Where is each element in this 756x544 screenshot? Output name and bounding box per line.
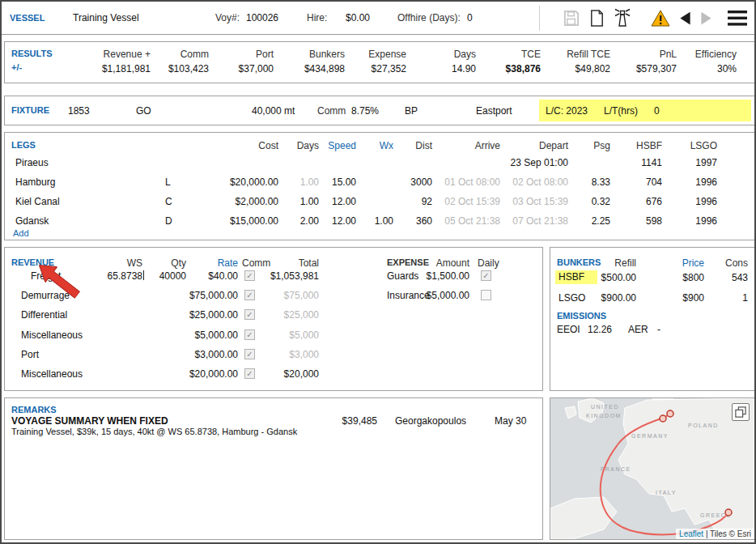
comm-checkbox[interactable]: ✓ xyxy=(244,368,255,379)
port-marker[interactable] xyxy=(725,509,732,516)
port-marker[interactable] xyxy=(660,415,666,422)
result-header: Revenue + xyxy=(53,49,151,60)
leg-port[interactable]: Gdansk xyxy=(15,215,49,227)
results-plusminus[interactable]: +/- xyxy=(11,62,22,72)
rate-input[interactable]: $25,000.00 xyxy=(176,309,238,321)
rate-input[interactable]: $5,000.00 xyxy=(176,329,238,341)
offhire-value[interactable]: 0 xyxy=(467,12,473,23)
refill-input[interactable]: $500.00 xyxy=(583,272,636,283)
top-bar: VESSEL Training Vessel Voy#: 100026 Hire… xyxy=(2,2,754,35)
leaflet-link[interactable]: Leaflet xyxy=(679,529,703,538)
legs-label: LEGS xyxy=(11,140,36,150)
map-expand-button[interactable] xyxy=(732,403,750,421)
tiles-credit: | Tiles © Esri xyxy=(703,529,751,538)
price-input[interactable]: $800 xyxy=(656,272,704,283)
bunkers-header-price[interactable]: Price xyxy=(656,257,704,269)
leg-cost-input[interactable]: $20,000.00 xyxy=(207,176,278,188)
legs-header-arrive: Arrive xyxy=(437,140,500,151)
save-icon[interactable] xyxy=(562,9,580,30)
back-icon[interactable] xyxy=(677,10,694,29)
leg-speed-input[interactable]: 12.00 xyxy=(324,196,356,207)
leg-dist[interactable]: 3000 xyxy=(398,176,432,188)
leg-dist[interactable]: 360 xyxy=(398,215,432,227)
rate-input[interactable]: $3,000.00 xyxy=(176,349,238,360)
revenue-total: $20,000 xyxy=(259,368,319,380)
map-canvas[interactable]: UNITED KINGDOM POLAND GERMANY FRANCE ITA… xyxy=(550,398,754,539)
fixture-comm-label: Comm xyxy=(317,105,346,117)
forward-icon[interactable] xyxy=(698,10,715,29)
refill-input[interactable]: $900.00 xyxy=(583,292,636,304)
leg-port[interactable]: Kiel Canal xyxy=(15,196,60,207)
leg-days-input[interactable]: 1.00 xyxy=(285,176,319,188)
comm-checkbox[interactable]: ✓ xyxy=(244,270,255,281)
leg-cost-input[interactable]: $15,000.00 xyxy=(207,215,278,227)
menu-icon[interactable] xyxy=(727,10,748,29)
revenue-header-rate[interactable]: Rate xyxy=(176,257,238,269)
warning-icon[interactable] xyxy=(651,9,670,31)
lighthouse-icon[interactable] xyxy=(612,7,633,31)
leg-speed-input[interactable]: 15.00 xyxy=(324,176,356,188)
leg-psg: 0.32 xyxy=(573,196,610,207)
daily-checkbox[interactable]: ✓ xyxy=(481,270,491,281)
map-panel[interactable]: UNITED KINGDOM POLAND GERMANY FRANCE ITA… xyxy=(550,397,755,540)
fixture-terms[interactable]: BP xyxy=(405,105,418,117)
legs-header-lsgo: LSGO xyxy=(669,140,717,151)
comm-checkbox[interactable]: ✓ xyxy=(244,329,255,340)
revenue-total: $5,000 xyxy=(259,329,319,341)
remarks-body[interactable]: Training Vessel, $39k, 15 days, 40kt @ W… xyxy=(11,427,297,436)
result-header: Efficiency xyxy=(678,49,737,60)
fixture-number[interactable]: 1853 xyxy=(68,105,90,117)
laycan-value[interactable]: L/C: 2023 xyxy=(546,105,588,117)
daily-checkbox[interactable] xyxy=(481,290,491,300)
price-input[interactable]: $900 xyxy=(656,292,704,304)
fixture-quantity[interactable]: 40,000 mt xyxy=(252,105,295,117)
result-header: Comm xyxy=(151,49,209,60)
add-leg-link[interactable]: Add xyxy=(13,228,29,238)
rate-input[interactable]: $40.00 xyxy=(176,270,238,282)
vessel-label: VESSEL xyxy=(10,13,45,23)
expense-amount-input[interactable]: $1,500.00 xyxy=(410,270,469,282)
revenue-header-ws: WS xyxy=(96,257,142,269)
revenue-header-total: Total xyxy=(259,257,319,269)
hire-value[interactable]: $0.00 xyxy=(333,12,370,23)
expense-amount-input[interactable]: $5,000.00 xyxy=(410,290,469,301)
revenue-total: $75,000 xyxy=(259,290,319,301)
leg-cost-input[interactable]: $2,000.00 xyxy=(207,196,278,207)
leg-dist[interactable]: 92 xyxy=(398,196,432,207)
fuel-grade-lsgo[interactable]: LSGO xyxy=(559,292,585,304)
leg-port[interactable]: Hamburg xyxy=(15,176,55,188)
legs-header-wx[interactable]: Wx xyxy=(361,140,393,151)
leg-days-input[interactable]: 1.00 xyxy=(285,196,319,207)
vessel-name[interactable]: Training Vessel xyxy=(73,12,139,23)
fixture-cargo[interactable]: GO xyxy=(136,105,151,117)
legs-header-depart: Depart xyxy=(505,140,568,151)
ws-input[interactable]: 65.8738 xyxy=(96,270,142,282)
leg-psg: 2.25 xyxy=(573,215,610,227)
leg-speed-input[interactable]: 12.00 xyxy=(324,215,356,227)
copy-icon[interactable] xyxy=(588,9,606,30)
result-header: Bunkers xyxy=(277,49,345,60)
comm-checkbox[interactable]: ✓ xyxy=(244,290,255,300)
comm-checkbox[interactable]: ✓ xyxy=(244,309,255,320)
revenue-row-label: Differential xyxy=(21,309,67,321)
leg-type[interactable]: D xyxy=(165,215,172,227)
legs-panel: LEGS Cost Days Speed Wx Dist Arrive Depa… xyxy=(4,132,755,240)
leg-type[interactable]: C xyxy=(165,196,172,207)
cons-value: 1 xyxy=(709,292,748,304)
leg-arrive: 01 Oct 08:00 xyxy=(437,176,500,188)
leg-days-input[interactable]: 2.00 xyxy=(285,215,319,227)
comm-checkbox[interactable]: ✓ xyxy=(244,349,255,359)
laytime-value[interactable]: 0 xyxy=(654,105,660,117)
fixture-port[interactable]: Eastport xyxy=(476,105,512,117)
voyage-number-value[interactable]: 100026 xyxy=(246,12,278,23)
fixture-comm-value[interactable]: 8.75% xyxy=(351,105,379,117)
leg-port[interactable]: Piraeus xyxy=(15,157,49,168)
laycan-highlight[interactable]: L/C: 2023 L/T(hrs) 0 xyxy=(539,100,751,121)
legs-header-speed[interactable]: Speed xyxy=(324,140,356,151)
rate-input[interactable]: $75,000.00 xyxy=(176,290,238,301)
rate-input[interactable]: $20,000.00 xyxy=(176,368,238,380)
port-marker[interactable] xyxy=(667,410,673,417)
leg-type[interactable]: L xyxy=(165,176,171,188)
leg-arrive: 02 Oct 15:39 xyxy=(437,196,500,207)
leg-wx-input[interactable]: 1.00 xyxy=(361,215,393,227)
